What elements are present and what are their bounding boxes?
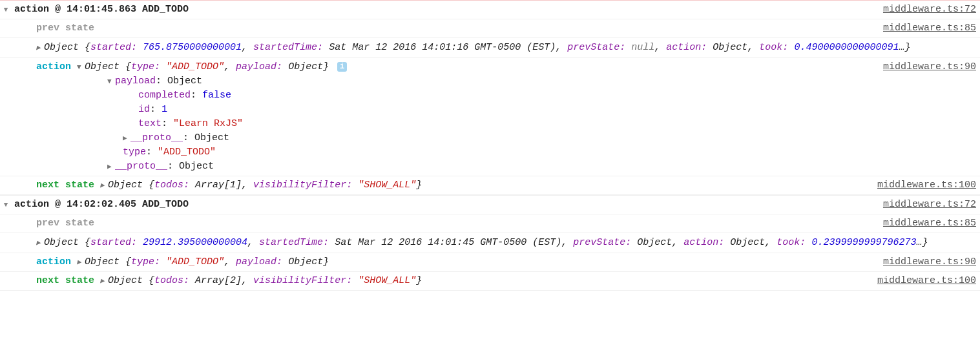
val-vf: "SHOW_ALL" (358, 180, 416, 191)
obj-suffix: } (416, 275, 422, 286)
sep: , (747, 42, 759, 53)
chevron-right-icon[interactable]: ▶ (77, 255, 85, 269)
header-action: ADD_TODO (142, 4, 189, 15)
prev-state-object-row: ▶Object {started: 29912.395000000004, st… (0, 233, 980, 253)
chevron-down-icon[interactable]: ▼ (77, 60, 85, 74)
val-action: Object (730, 237, 765, 248)
group-header-row: ▼ action @ 14:02:02.405 ADD_TODO middlew… (0, 195, 980, 214)
group-header-row: ▼ action @ 14:01:45.863 ADD_TODO middlew… (0, 0, 980, 19)
val-started: 765.8750000000001 (143, 42, 242, 53)
action-row: action ▼Object {type: "ADD_TODO", payloa… (0, 57, 980, 176)
key-type: type: (131, 256, 160, 267)
key-startedtime: startedTime: (253, 42, 323, 53)
key-type: type: (131, 61, 160, 72)
key-completed: completed (138, 90, 191, 101)
source-link[interactable]: middleware.ts:100 (870, 274, 976, 288)
source-link[interactable]: middleware.ts:72 (875, 3, 976, 17)
key-text: text (138, 118, 162, 129)
sep: , (242, 275, 253, 286)
source-link[interactable]: middleware.ts:90 (875, 255, 976, 269)
val-type: "ADD_TODO" (166, 61, 224, 72)
next-state-label: next state (36, 180, 94, 191)
log-group: ▼ action @ 14:02:02.405 ADD_TODO middlew… (0, 195, 980, 291)
key-prevstate: prevState: (573, 237, 631, 248)
chevron-down-icon[interactable]: ▼ (107, 74, 115, 88)
key-startedtime: startedTime: (259, 237, 329, 248)
chevron-right-icon[interactable]: ▶ (36, 40, 44, 56)
val-type: "ADD_TODO" (166, 256, 224, 267)
chevron-right-icon[interactable]: ▶ (107, 160, 115, 174)
next-state-row: next state ▶Object {todos: Array[1], vis… (0, 176, 980, 194)
sep: , (672, 237, 683, 248)
chevron-right-icon[interactable]: ▶ (123, 131, 130, 145)
tree-proto-inner[interactable]: ▶__proto__: Object (36, 131, 875, 145)
disclosure-triangle-icon[interactable]: ▼ (0, 198, 12, 212)
prev-state-label: prev state (36, 218, 94, 229)
header-label: action (14, 199, 49, 210)
val-text: "Learn RxJS" (173, 118, 243, 129)
key-took: took: (777, 237, 806, 248)
prev-state-row: prev state middleware.ts:85 (0, 214, 980, 233)
prev-state-label: prev state (36, 23, 94, 34)
prev-state-object[interactable]: ▶Object {started: 29912.395000000004, st… (34, 235, 976, 251)
obj-prefix: Object { (44, 42, 90, 53)
chevron-right-icon[interactable]: ▶ (100, 274, 108, 288)
action-label: action (36, 61, 71, 72)
source-link[interactable]: middleware.ts:90 (875, 60, 976, 74)
tree-type: type: "ADD_TODO" (36, 145, 875, 160)
obj-prefix: Object { (85, 256, 131, 267)
obj-prefix: Object { (108, 275, 154, 286)
key-started: started: (90, 42, 137, 53)
tree-payload[interactable]: ▼payload: Object (36, 74, 875, 88)
disclosure-triangle-icon[interactable]: ▼ (0, 3, 12, 17)
source-link[interactable]: middleware.ts:72 (875, 198, 976, 212)
group-header: action @ 14:02:02.405 ADD_TODO (12, 198, 875, 212)
obj-suffix: } (323, 61, 329, 72)
sep: , (556, 42, 567, 53)
val-completed: false (202, 90, 231, 101)
log-group: ▼ action @ 14:01:45.863 ADD_TODO middlew… (0, 0, 980, 195)
source-link[interactable]: middleware.ts:85 (875, 21, 976, 36)
val-prevstate: null (631, 42, 654, 53)
sep: , (765, 237, 777, 248)
key-action: action: (666, 42, 707, 53)
val-vf: "SHOW_ALL" (358, 275, 416, 286)
info-icon[interactable]: i (337, 62, 347, 72)
sep: , (654, 42, 666, 53)
chevron-right-icon[interactable]: ▶ (100, 178, 108, 192)
action-label: action (36, 256, 71, 267)
val-todos: Array[2] (195, 275, 242, 286)
val-payload: Object (288, 256, 323, 267)
next-state-content: next state ▶Object {todos: Array[1], vis… (34, 178, 870, 192)
source-link[interactable]: middleware.ts:85 (875, 216, 976, 231)
source-link[interactable]: middleware.ts:100 (870, 178, 976, 192)
tree-id: id: 1 (36, 103, 875, 117)
prev-state-object[interactable]: ▶Object {started: 765.8750000000001, sta… (34, 40, 976, 56)
val-startedtime: Sat Mar 12 2016 14:01:45 GMT-0500 (EST) (335, 237, 561, 248)
key-started: started: (90, 237, 137, 248)
header-time: 14:01:45.863 (67, 4, 136, 15)
obj-suffix: …} (916, 237, 928, 248)
next-state-object[interactable]: ▶Object {todos: Array[2], visibilityFilt… (100, 275, 422, 286)
obj-prefix: Object { (85, 61, 131, 72)
header-at: @ (55, 4, 61, 15)
key-type2: type (123, 147, 146, 158)
tree-proto-outer[interactable]: ▶__proto__: Object (36, 160, 875, 174)
val-proto: Object (194, 132, 229, 143)
prev-state-content: prev state (34, 216, 875, 231)
next-state-object[interactable]: ▶Object {todos: Array[1], visibilityFilt… (100, 180, 422, 191)
key-payload: payload: (236, 61, 282, 72)
prev-state-row: prev state middleware.ts:85 (0, 19, 980, 37)
obj-prefix: Object { (108, 180, 154, 191)
next-state-content: next state ▶Object {todos: Array[2], vis… (34, 274, 870, 288)
sep: , (247, 237, 259, 248)
sep: , (224, 256, 236, 267)
header-at: @ (55, 199, 61, 210)
tree-text: text: "Learn RxJS" (36, 117, 875, 131)
val-started: 29912.395000000004 (143, 237, 247, 248)
chevron-right-icon[interactable]: ▶ (36, 235, 44, 251)
action-content: action ▶Object {type: "ADD_TODO", payloa… (34, 255, 875, 269)
val-prevstate: Object (637, 237, 672, 248)
action-summary[interactable]: ▼Object {type: "ADD_TODO", payload: Obje… (77, 61, 347, 72)
action-summary[interactable]: ▶Object {type: "ADD_TODO", payload: Obje… (77, 256, 329, 267)
